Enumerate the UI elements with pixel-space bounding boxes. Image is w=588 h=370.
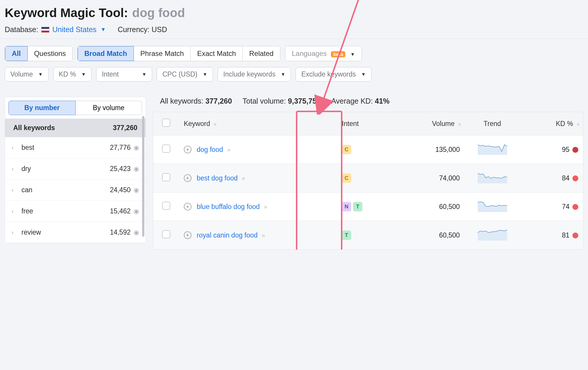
eye-icon[interactable]: ◉ (134, 229, 139, 236)
group-count: 24,450 (110, 186, 131, 194)
intent-filter[interactable]: Intent▼ (96, 67, 152, 82)
body-area: By number By volume All keywords 377,260… (0, 90, 588, 250)
add-keyword-icon[interactable]: + (184, 231, 191, 239)
tab-exact-match[interactable]: Exact Match (191, 46, 243, 61)
chevron-down-icon: ▼ (142, 72, 146, 77)
keyword-link[interactable]: dog food (197, 146, 223, 154)
intent-badge-t: T (342, 230, 351, 240)
group-label: dry (19, 165, 110, 173)
results-main: All keywords: 377,260 Total volume: 9,37… (153, 97, 583, 250)
select-all-checkbox[interactable] (162, 119, 170, 127)
all-keywords-label: All keywords (13, 124, 55, 132)
col-checkbox (153, 112, 179, 135)
chevron-right-icon: › (11, 208, 19, 215)
table-row: +blue buffalo dog food»NT60,50074 (153, 193, 583, 221)
languages-dropdown[interactable]: Languages beta ▼ (285, 46, 362, 61)
chevron-down-icon: ▼ (38, 72, 43, 77)
tab-by-number[interactable]: By number (9, 101, 76, 115)
row-checkbox[interactable] (162, 202, 170, 210)
scrollbar-thumb[interactable] (142, 116, 144, 237)
group-count: 27,776 (110, 144, 131, 152)
keyword-link[interactable]: best dog food (197, 174, 238, 182)
sidebar-tabs: By number By volume (5, 97, 146, 119)
intent-badge-n: N (342, 202, 351, 211)
intent-cell: C (335, 164, 390, 193)
kd-difficulty-dot (572, 233, 578, 238)
sidebar-group-row[interactable]: ›dry25,423◉ (5, 158, 146, 180)
table-header-row: Keyword ≡ Intent Volume ≡ Tren (153, 112, 583, 135)
languages-label: Languages (292, 49, 327, 57)
query-text: dog food (132, 6, 185, 20)
tab-broad-match[interactable]: Broad Match (78, 46, 134, 61)
cpc-filter[interactable]: CPC (USD)▼ (157, 67, 213, 82)
sidebar-all-keywords-row[interactable]: All keywords 377,260 (5, 119, 146, 137)
kd-difficulty-dot (572, 175, 578, 181)
sidebar-group-row[interactable]: ›review14,592◉ (5, 222, 146, 243)
group-count: 25,423 (110, 165, 131, 173)
row-checkbox[interactable] (162, 230, 170, 238)
all-keywords-count: 377,260 (113, 124, 137, 132)
sidebar-group-row[interactable]: ›can24,450◉ (5, 180, 146, 201)
chevron-down-icon: ▼ (361, 72, 366, 77)
kd-cell: 74 (520, 193, 583, 221)
filter-row-1: All Questions Broad Match Phrase Match E… (5, 46, 583, 61)
keywords-table: Keyword ≡ Intent Volume ≡ Tren (153, 112, 583, 250)
currency-label: Currency: USD (118, 25, 167, 34)
chevron-down-icon: ▼ (281, 72, 286, 77)
group-label: free (19, 207, 110, 215)
intent-cell: NT (335, 193, 390, 221)
row-checkbox[interactable] (162, 173, 170, 181)
col-intent[interactable]: Intent (335, 112, 390, 135)
chevron-down-icon: ▼ (81, 72, 86, 77)
tab-phrase-match[interactable]: Phrase Match (134, 46, 191, 61)
add-keyword-icon[interactable]: + (184, 146, 191, 153)
kd-cell: 95 (520, 135, 583, 164)
tool-title: Keyword Magic Tool: (5, 6, 128, 20)
col-kd[interactable]: KD % ≡ (520, 112, 583, 135)
add-keyword-icon[interactable]: + (184, 203, 191, 210)
summary-line: All keywords: 377,260 Total volume: 9,37… (153, 97, 583, 105)
all-questions-group: All Questions (5, 46, 73, 61)
title-line: Keyword Magic Tool: dog food (5, 6, 582, 20)
chevron-down-icon: ▼ (101, 26, 106, 33)
table-row: +best dog food»C74,00084 (153, 164, 583, 193)
eye-icon[interactable]: ◉ (134, 208, 139, 215)
chevron-right-icon: › (11, 165, 19, 172)
intent-badge-t: T (353, 202, 362, 211)
kd-filter[interactable]: KD %▼ (53, 67, 92, 82)
group-label: review (19, 228, 110, 236)
col-keyword[interactable]: Keyword ≡ (179, 112, 335, 135)
sort-icon: ≡ (214, 122, 215, 127)
intent-badge-c: C (342, 173, 351, 183)
double-chevron-icon[interactable]: » (262, 232, 265, 239)
eye-icon[interactable]: ◉ (134, 165, 139, 173)
table-row: +dog food»C135,00095 (153, 135, 583, 164)
tab-by-volume[interactable]: By volume (76, 101, 142, 115)
page-root: Keyword Magic Tool: dog food Database: U… (0, 0, 588, 250)
add-keyword-icon[interactable]: + (184, 174, 191, 182)
tab-related[interactable]: Related (243, 46, 280, 61)
keyword-link[interactable]: royal canin dog food (197, 231, 258, 239)
tab-all[interactable]: All (5, 46, 28, 61)
volume-filter[interactable]: Volume▼ (5, 67, 49, 82)
exclude-keywords-filter[interactable]: Exclude keywords▼ (296, 67, 371, 82)
col-trend[interactable]: Trend (464, 112, 520, 135)
database-selector[interactable]: Database: United States ▼ (5, 25, 106, 34)
sidebar-group-row[interactable]: ›best27,776◉ (5, 137, 146, 158)
table-row: +royal canin dog food»T60,50081 (153, 221, 583, 250)
sidebar-group-row[interactable]: ›free15,462◉ (5, 201, 146, 222)
tab-questions[interactable]: Questions (28, 46, 72, 61)
col-volume[interactable]: Volume ≡ (390, 112, 464, 135)
include-keywords-filter[interactable]: Include keywords▼ (218, 67, 291, 82)
double-chevron-icon[interactable]: » (242, 175, 245, 182)
row-checkbox[interactable] (162, 145, 170, 153)
meta-line: Database: United States ▼ Currency: USD (5, 25, 582, 34)
eye-icon[interactable]: ◉ (134, 144, 139, 152)
intent-cell: T (335, 221, 390, 250)
match-type-group: Broad Match Phrase Match Exact Match Rel… (77, 46, 280, 61)
keyword-link[interactable]: blue buffalo dog food (197, 203, 260, 211)
eye-icon[interactable]: ◉ (134, 186, 139, 194)
kd-difficulty-dot (572, 204, 578, 210)
double-chevron-icon[interactable]: » (227, 146, 230, 153)
double-chevron-icon[interactable]: » (264, 203, 267, 210)
